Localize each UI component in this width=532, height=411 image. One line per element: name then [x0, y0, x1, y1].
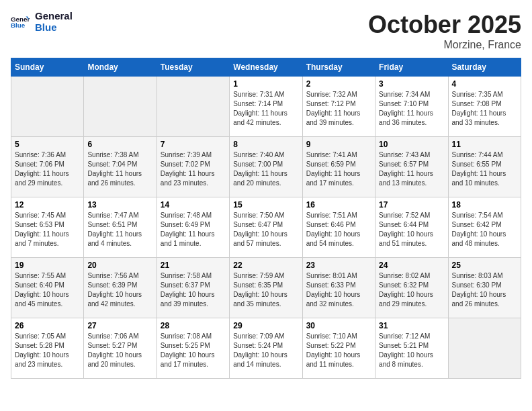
day-info: Sunrise: 7:47 AM Sunset: 6:51 PM Dayligh…: [87, 211, 152, 248]
calendar-cell: 14Sunrise: 7:48 AM Sunset: 6:49 PM Dayli…: [157, 197, 229, 258]
day-number: 4: [452, 79, 517, 89]
day-number: 3: [379, 79, 444, 89]
calendar-cell: 8Sunrise: 7:40 AM Sunset: 7:00 PM Daylig…: [230, 137, 302, 197]
weekday-header-saturday: Saturday: [448, 58, 521, 77]
calendar-week-row: 26Sunrise: 7:05 AM Sunset: 5:28 PM Dayli…: [11, 318, 521, 379]
calendar-cell: 30Sunrise: 7:10 AM Sunset: 5:22 PM Dayli…: [302, 318, 375, 379]
day-number: 24: [379, 261, 444, 270]
day-number: 29: [233, 321, 298, 330]
calendar-cell: 2Sunrise: 7:32 AM Sunset: 7:12 PM Daylig…: [302, 77, 375, 137]
calendar-cell: 24Sunrise: 8:02 AM Sunset: 6:32 PM Dayli…: [375, 258, 448, 318]
day-info: Sunrise: 7:58 AM Sunset: 6:37 PM Dayligh…: [161, 271, 226, 309]
day-info: Sunrise: 7:32 AM Sunset: 7:12 PM Dayligh…: [306, 90, 371, 128]
day-info: Sunrise: 7:31 AM Sunset: 7:14 PM Dayligh…: [233, 90, 298, 128]
day-number: 31: [379, 321, 444, 330]
logo-general: General: [35, 11, 73, 22]
day-info: Sunrise: 7:48 AM Sunset: 6:49 PM Dayligh…: [161, 211, 226, 248]
title-block: October 2025 Morzine, France: [368, 11, 521, 51]
day-info: Sunrise: 7:38 AM Sunset: 7:04 PM Dayligh…: [87, 150, 152, 188]
day-info: Sunrise: 8:02 AM Sunset: 6:32 PM Dayligh…: [379, 271, 444, 309]
day-number: 8: [233, 140, 298, 149]
weekday-header-sunday: Sunday: [11, 58, 84, 77]
logo-icon: General Blue: [11, 13, 30, 32]
day-info: Sunrise: 7:56 AM Sunset: 6:39 PM Dayligh…: [87, 271, 152, 309]
day-number: 30: [306, 321, 371, 330]
calendar-cell: 29Sunrise: 7:09 AM Sunset: 5:24 PM Dayli…: [230, 318, 302, 379]
day-info: Sunrise: 7:45 AM Sunset: 6:53 PM Dayligh…: [15, 211, 80, 248]
calendar-cell: 4Sunrise: 7:35 AM Sunset: 7:08 PM Daylig…: [448, 77, 521, 137]
day-number: 5: [15, 140, 80, 149]
day-info: Sunrise: 7:05 AM Sunset: 5:28 PM Dayligh…: [15, 332, 80, 369]
calendar-week-row: 5Sunrise: 7:36 AM Sunset: 7:06 PM Daylig…: [11, 137, 521, 197]
day-info: Sunrise: 7:09 AM Sunset: 5:24 PM Dayligh…: [233, 332, 298, 369]
day-info: Sunrise: 7:50 AM Sunset: 6:47 PM Dayligh…: [233, 211, 298, 248]
calendar-week-row: 12Sunrise: 7:45 AM Sunset: 6:53 PM Dayli…: [11, 197, 521, 258]
day-info: Sunrise: 7:12 AM Sunset: 5:21 PM Dayligh…: [379, 332, 444, 369]
day-info: Sunrise: 7:40 AM Sunset: 7:00 PM Dayligh…: [233, 150, 298, 188]
day-number: 13: [87, 200, 152, 210]
weekday-header-tuesday: Tuesday: [157, 58, 229, 77]
day-number: 9: [306, 140, 371, 149]
calendar-cell: 9Sunrise: 7:41 AM Sunset: 6:59 PM Daylig…: [302, 137, 375, 197]
weekday-header-wednesday: Wednesday: [230, 58, 302, 77]
day-number: 12: [15, 200, 80, 210]
day-number: 27: [87, 321, 152, 330]
weekday-header-monday: Monday: [84, 58, 157, 77]
calendar-cell: 17Sunrise: 7:52 AM Sunset: 6:44 PM Dayli…: [375, 197, 448, 258]
day-info: Sunrise: 7:06 AM Sunset: 5:27 PM Dayligh…: [87, 332, 152, 369]
day-info: Sunrise: 7:54 AM Sunset: 6:42 PM Dayligh…: [452, 211, 517, 248]
calendar-cell: 18Sunrise: 7:54 AM Sunset: 6:42 PM Dayli…: [448, 197, 521, 258]
day-number: 2: [306, 79, 371, 89]
day-info: Sunrise: 7:35 AM Sunset: 7:08 PM Dayligh…: [452, 90, 517, 128]
day-number: 16: [306, 200, 371, 210]
calendar-cell: 25Sunrise: 8:03 AM Sunset: 6:30 PM Dayli…: [448, 258, 521, 318]
weekday-header-friday: Friday: [375, 58, 448, 77]
day-info: Sunrise: 7:08 AM Sunset: 5:25 PM Dayligh…: [161, 332, 226, 369]
calendar-cell: 16Sunrise: 7:51 AM Sunset: 6:46 PM Dayli…: [302, 197, 375, 258]
day-info: Sunrise: 7:34 AM Sunset: 7:10 PM Dayligh…: [379, 90, 444, 128]
calendar-cell: 12Sunrise: 7:45 AM Sunset: 6:53 PM Dayli…: [11, 197, 84, 258]
calendar-week-row: 1Sunrise: 7:31 AM Sunset: 7:14 PM Daylig…: [11, 77, 521, 137]
day-number: 21: [161, 261, 226, 270]
day-number: 1: [233, 79, 298, 89]
calendar-cell: [157, 77, 229, 137]
weekday-header-thursday: Thursday: [302, 58, 375, 77]
logo: General Blue General Blue: [11, 11, 73, 33]
calendar-cell: 31Sunrise: 7:12 AM Sunset: 5:21 PM Dayli…: [375, 318, 448, 379]
day-number: 11: [452, 140, 517, 149]
calendar-cell: 22Sunrise: 7:59 AM Sunset: 6:35 PM Dayli…: [230, 258, 302, 318]
day-info: Sunrise: 8:03 AM Sunset: 6:30 PM Dayligh…: [452, 271, 517, 309]
calendar-cell: 7Sunrise: 7:39 AM Sunset: 7:02 PM Daylig…: [157, 137, 229, 197]
day-number: 18: [452, 200, 517, 210]
day-info: Sunrise: 7:39 AM Sunset: 7:02 PM Dayligh…: [161, 150, 226, 188]
day-info: Sunrise: 7:43 AM Sunset: 6:57 PM Dayligh…: [379, 150, 444, 188]
location: Morzine, France: [368, 39, 521, 51]
day-info: Sunrise: 8:01 AM Sunset: 6:33 PM Dayligh…: [306, 271, 371, 309]
day-info: Sunrise: 7:44 AM Sunset: 6:55 PM Dayligh…: [452, 150, 517, 188]
day-info: Sunrise: 7:41 AM Sunset: 6:59 PM Dayligh…: [306, 150, 371, 188]
day-number: 25: [452, 261, 517, 270]
calendar-week-row: 19Sunrise: 7:55 AM Sunset: 6:40 PM Dayli…: [11, 258, 521, 318]
calendar-cell: 10Sunrise: 7:43 AM Sunset: 6:57 PM Dayli…: [375, 137, 448, 197]
day-number: 17: [379, 200, 444, 210]
day-number: 15: [233, 200, 298, 210]
page-header: General Blue General Blue October 2025 M…: [11, 11, 521, 51]
calendar-table: SundayMondayTuesdayWednesdayThursdayFrid…: [11, 58, 521, 379]
calendar-cell: 11Sunrise: 7:44 AM Sunset: 6:55 PM Dayli…: [448, 137, 521, 197]
day-info: Sunrise: 7:36 AM Sunset: 7:06 PM Dayligh…: [15, 150, 80, 188]
calendar-cell: 6Sunrise: 7:38 AM Sunset: 7:04 PM Daylig…: [84, 137, 157, 197]
calendar-cell: 3Sunrise: 7:34 AM Sunset: 7:10 PM Daylig…: [375, 77, 448, 137]
calendar-cell: 20Sunrise: 7:56 AM Sunset: 6:39 PM Dayli…: [84, 258, 157, 318]
day-number: 23: [306, 261, 371, 270]
calendar-cell: 15Sunrise: 7:50 AM Sunset: 6:47 PM Dayli…: [230, 197, 302, 258]
day-number: 20: [87, 261, 152, 270]
day-number: 14: [161, 200, 226, 210]
calendar-cell: 27Sunrise: 7:06 AM Sunset: 5:27 PM Dayli…: [84, 318, 157, 379]
day-info: Sunrise: 7:55 AM Sunset: 6:40 PM Dayligh…: [15, 271, 80, 309]
day-number: 22: [233, 261, 298, 270]
day-number: 6: [87, 140, 152, 149]
logo-blue: Blue: [35, 22, 73, 34]
day-number: 19: [15, 261, 80, 270]
calendar-cell: [84, 77, 157, 137]
day-info: Sunrise: 7:51 AM Sunset: 6:46 PM Dayligh…: [306, 211, 371, 248]
